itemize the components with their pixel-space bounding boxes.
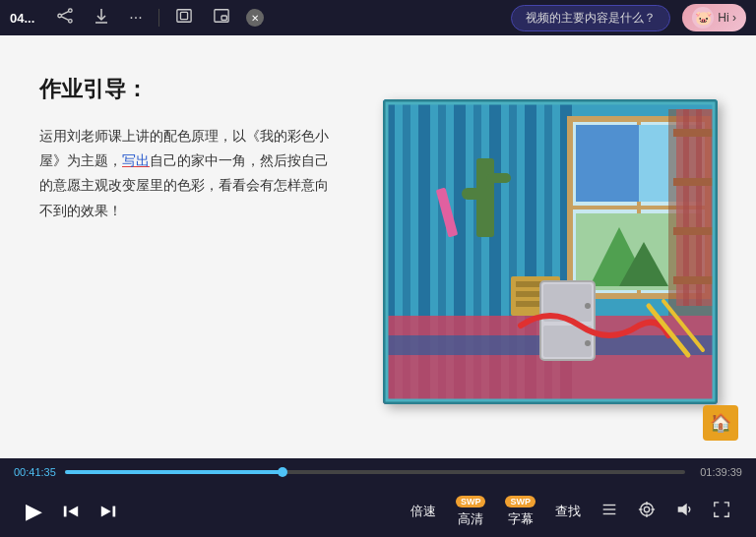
right-panel: 🏠 (364, 35, 756, 458)
share-icon[interactable] (52, 6, 78, 30)
svg-point-0 (69, 9, 73, 13)
fullscreen-button[interactable] (703, 497, 740, 527)
svg-rect-38 (673, 129, 713, 137)
hd-button[interactable]: SWP 高清 (446, 494, 496, 530)
next-button[interactable] (90, 499, 127, 524)
play-button[interactable]: ▶ (16, 495, 52, 528)
highlight-text[interactable]: 写出 (122, 152, 150, 168)
total-time: 01:39:39 (693, 466, 742, 478)
svg-rect-41 (673, 276, 713, 284)
search-button[interactable]: 查找 (545, 501, 591, 522)
download-icon[interactable] (90, 5, 113, 30)
svg-marker-62 (101, 507, 111, 517)
box-icon[interactable] (171, 6, 197, 30)
svg-line-4 (62, 17, 69, 21)
assignment-title: 作业引导： (39, 75, 335, 104)
svg-point-2 (69, 20, 73, 24)
hi-text: Hi › (718, 11, 736, 25)
svg-point-52 (585, 303, 591, 309)
speed-button[interactable]: 倍速 (401, 501, 446, 522)
svg-rect-43 (462, 188, 491, 200)
progress-fill (65, 470, 283, 474)
subtitle-badge: SWP (505, 496, 536, 507)
top-bar: 04... ··· ✕ 视频的主要内容是什么？ 🐷 Hi › (0, 0, 756, 35)
search-label: 查找 (555, 503, 581, 520)
svg-rect-39 (673, 178, 713, 186)
svg-marker-60 (68, 507, 78, 517)
svg-rect-61 (113, 507, 116, 517)
svg-line-3 (62, 12, 69, 16)
svg-rect-59 (64, 507, 67, 517)
menu-button[interactable] (591, 497, 628, 527)
pip-icon[interactable] (209, 6, 234, 30)
avatar-icon: 🐷 (692, 7, 714, 29)
svg-rect-40 (673, 227, 713, 235)
progress-dot (278, 467, 287, 477)
progress-area: 00:41:35 01:39:39 (0, 458, 756, 486)
svg-rect-7 (177, 10, 191, 22)
hd-label: 高清 (458, 510, 483, 528)
speed-label: 倍速 (410, 503, 436, 520)
svg-point-53 (585, 340, 591, 346)
left-panel: 作业引导： 运用刘老师课上讲的配色原理，以《我的彩色小屋》为主题，写出自己的家中… (0, 35, 364, 458)
avatar-button[interactable]: 🐷 Hi › (682, 4, 746, 31)
more-icon[interactable]: ··· (125, 7, 146, 29)
svg-point-1 (58, 14, 62, 18)
progress-track[interactable] (65, 470, 685, 474)
assignment-text: 运用刘老师课上讲的配色原理，以《我的彩色小屋》为主题，写出自己的家中一角，然后按… (39, 124, 335, 223)
svg-point-67 (644, 507, 649, 511)
video-title: 04... (10, 11, 34, 26)
svg-rect-37 (668, 109, 718, 316)
current-time: 00:41:35 (14, 466, 57, 478)
volume-button[interactable] (665, 497, 703, 527)
artwork-frame (383, 99, 718, 404)
svg-rect-44 (486, 173, 511, 183)
close-button[interactable]: ✕ (246, 9, 264, 27)
target-button[interactable] (628, 497, 665, 527)
separator (158, 9, 159, 27)
svg-rect-33 (576, 125, 639, 202)
subtitle-button[interactable]: SWP 字幕 (495, 494, 545, 530)
svg-rect-10 (221, 16, 226, 20)
hd-badge: SWP (456, 496, 486, 507)
main-content: 作业引导： 运用刘老师课上讲的配色原理，以《我的彩色小屋》为主题，写出自己的家中… (0, 35, 756, 458)
home-icon[interactable]: 🏠 (703, 405, 738, 441)
subtitle-label: 字幕 (508, 510, 534, 528)
controls-bar: ▶ 倍速 SWP 高清 SWP 字幕 查找 (0, 486, 756, 537)
question-bar[interactable]: 视频的主要内容是什么？ (511, 5, 670, 31)
svg-marker-72 (678, 503, 687, 515)
prev-button[interactable] (52, 499, 90, 524)
svg-point-66 (641, 503, 654, 515)
svg-rect-8 (180, 12, 187, 19)
